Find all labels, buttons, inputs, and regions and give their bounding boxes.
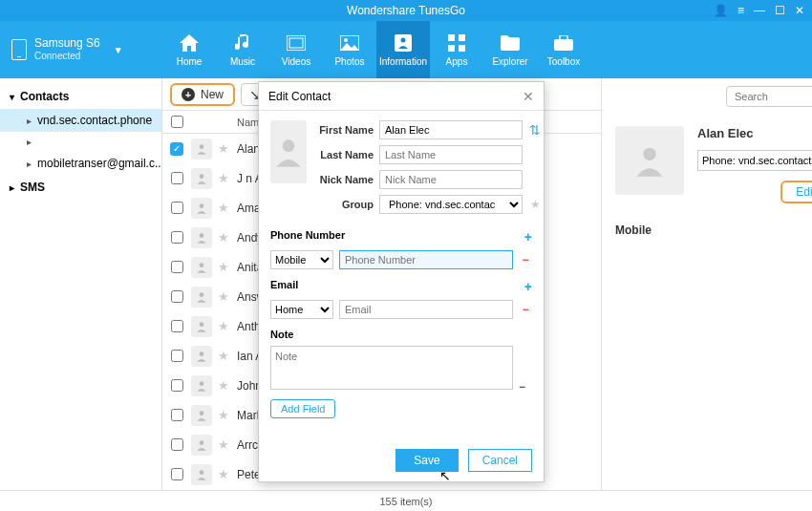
star-icon[interactable]: ★ [218, 467, 229, 481]
nick-name-input[interactable] [379, 170, 523, 189]
group-label: Group [316, 199, 374, 210]
last-name-input[interactable] [379, 145, 523, 164]
group-select[interactable]: Phone: vnd.sec.contac [379, 195, 523, 214]
svg-point-12 [200, 144, 204, 149]
avatar [191, 168, 212, 189]
row-checkbox[interactable] [171, 379, 183, 392]
menu-icon[interactable]: ≡ [737, 4, 744, 17]
avatar [191, 198, 212, 219]
close-icon[interactable]: ✕ [523, 89, 534, 104]
swap-names-icon[interactable]: ⇅ [528, 122, 542, 138]
search-input[interactable] [726, 86, 812, 107]
svg-point-13 [200, 174, 204, 179]
avatar[interactable] [270, 120, 307, 183]
note-textarea[interactable] [270, 346, 513, 390]
add-field-button[interactable]: Add Field [270, 399, 335, 418]
star-icon[interactable]: ★ [218, 230, 229, 245]
tab-apps[interactable]: Apps [430, 21, 483, 78]
tab-information[interactable]: Information [376, 21, 430, 78]
phone-input[interactable] [339, 250, 513, 269]
chevron-right-icon: ▸ [27, 116, 32, 126]
star-icon[interactable]: ★ [218, 378, 229, 393]
tab-videos[interactable]: Videos [269, 21, 323, 78]
cancel-button[interactable]: Cancel [468, 449, 532, 472]
tab-toolbox[interactable]: Toolbox [537, 21, 590, 78]
star-icon[interactable]: ★ [218, 408, 229, 422]
avatar [191, 257, 212, 278]
chevron-right-icon: ▸ [27, 159, 32, 169]
row-checkbox[interactable] [171, 202, 183, 214]
nick-name-label: Nick Name [316, 174, 374, 185]
tab-music[interactable]: Music [216, 21, 269, 78]
phone-icon [11, 39, 27, 60]
row-checkbox[interactable] [171, 231, 183, 244]
phone-type-select[interactable]: Mobile [270, 250, 333, 269]
email-input[interactable] [339, 300, 513, 319]
contact-name: Alan Elec [697, 126, 812, 140]
star-icon[interactable]: ★ [218, 349, 229, 363]
row-checkbox[interactable] [171, 468, 183, 480]
note-section-label: Note [270, 329, 293, 340]
svg-point-24 [643, 148, 655, 160]
avatar [191, 375, 212, 396]
avatar [191, 316, 212, 337]
chevron-down-icon: ▾ [10, 92, 14, 102]
minimize-icon[interactable]: — [754, 4, 765, 17]
device-selector[interactable]: Samsung S6 Connected ▼ [0, 36, 162, 63]
email-type-select[interactable]: Home [270, 300, 333, 319]
sidebar-item-phone[interactable]: ▸vnd.sec.contact.phone [0, 109, 161, 132]
tab-photos[interactable]: Photos [323, 21, 376, 78]
star-icon[interactable]: ★ [218, 141, 229, 156]
chevron-right-icon: ▸ [27, 137, 32, 147]
new-button[interactable]: +New [170, 83, 235, 106]
maximize-icon[interactable]: ☐ [775, 4, 785, 17]
svg-rect-6 [448, 34, 455, 41]
edit-button[interactable]: Edit [780, 181, 812, 203]
checkbox-checked[interactable]: ✓ [170, 142, 183, 156]
star-icon[interactable]: ★ [218, 171, 229, 185]
item-count: 155 item(s) [379, 496, 432, 507]
save-button[interactable]: Save [395, 449, 458, 472]
row-checkbox[interactable] [171, 290, 183, 303]
svg-point-23 [200, 470, 204, 475]
row-checkbox[interactable] [171, 172, 183, 184]
star-icon[interactable]: ★ [218, 201, 229, 215]
star-icon[interactable]: ★ [218, 319, 229, 333]
contact-detail-panel: 🔍 Alan Elec Phone: vnd.sec.contact.phone… [602, 78, 812, 490]
avatar [191, 138, 212, 160]
add-phone-icon[interactable]: + [524, 229, 532, 245]
row-checkbox[interactable] [171, 409, 183, 421]
remove-email-icon[interactable]: − [519, 303, 532, 316]
user-icon[interactable]: 👤 [714, 4, 728, 17]
star-icon[interactable]: ★ [218, 289, 229, 304]
row-checkbox[interactable] [171, 320, 183, 332]
tab-explorer[interactable]: Explorer [483, 21, 537, 78]
first-name-input[interactable] [379, 120, 523, 139]
close-icon[interactable]: ✕ [795, 4, 804, 17]
svg-rect-10 [554, 39, 573, 51]
tab-home[interactable]: Home [162, 21, 216, 78]
row-checkbox[interactable] [171, 438, 183, 451]
row-checkbox[interactable] [171, 261, 183, 273]
svg-rect-8 [448, 45, 455, 52]
sidebar-sms-head[interactable]: ▸SMS [0, 175, 161, 200]
remove-note-icon[interactable]: − [519, 380, 525, 394]
select-all-checkbox[interactable] [171, 116, 183, 128]
add-email-icon[interactable]: + [524, 279, 532, 294]
nav-bar: Samsung S6 Connected ▼ Home Music Videos… [0, 21, 812, 78]
sidebar-item-2[interactable]: ▸ [0, 132, 161, 152]
row-checkbox[interactable] [171, 350, 183, 362]
group-select[interactable]: Phone: vnd.sec.contact.phone [697, 150, 812, 171]
sidebar-contacts-head[interactable]: ▾Contacts [0, 84, 161, 109]
svg-rect-9 [459, 45, 465, 52]
star-icon[interactable]: ★ [218, 437, 229, 452]
modal-title: Edit Contact [268, 90, 331, 103]
star-icon[interactable]: ★ [218, 260, 229, 274]
favorite-icon[interactable]: ★ [528, 198, 542, 211]
app-title: Wondershare TunesGo [347, 4, 465, 17]
svg-rect-7 [459, 34, 465, 41]
sidebar-item-gmail[interactable]: ▸mobiletranser@gmail.c... [0, 152, 161, 175]
first-name-label: First Name [316, 124, 374, 136]
remove-phone-icon[interactable]: − [519, 253, 532, 266]
email-section-label: Email [270, 279, 298, 294]
